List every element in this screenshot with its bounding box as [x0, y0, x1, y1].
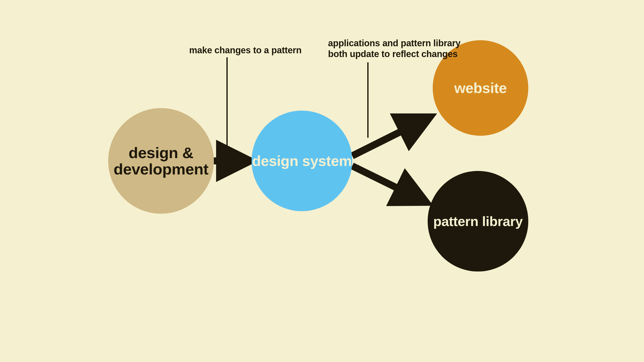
annotation-text: make changes to a pattern: [189, 45, 302, 55]
node-label: pattern library: [433, 214, 523, 229]
arrow-designsystem-to-website: [352, 118, 428, 156]
callout-line-update-both: [367, 62, 369, 138]
node-pattern-library: pattern library: [428, 171, 528, 272]
annotation-change-pattern: make changes to a pattern: [189, 45, 315, 56]
node-design-system: design system: [252, 111, 352, 211]
node-label: design & development: [108, 145, 214, 177]
annotation-text-line2: both update to reflect changes: [328, 49, 469, 59]
node-design-development: design & development: [108, 108, 214, 214]
node-label: design system: [252, 153, 352, 169]
annotation-update-both: applications and pattern library both up…: [328, 38, 469, 59]
callout-line-change-pattern: [226, 57, 228, 150]
diagram-stage: design & development design system websi…: [0, 0, 644, 362]
arrow-designsystem-to-patternlib: [352, 166, 424, 201]
annotation-text-line1: applications and pattern library: [328, 38, 469, 49]
node-label: website: [454, 80, 507, 96]
